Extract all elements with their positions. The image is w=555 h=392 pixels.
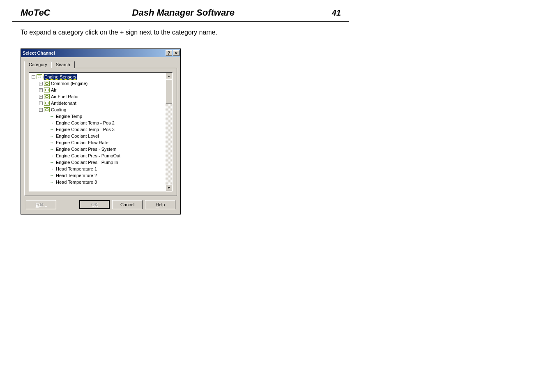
tree-channel-coolant-flow-rate[interactable]: →Engine Coolant Flow Rate xyxy=(30,139,165,146)
tree-node-label: Engine Coolant Pres - PumpOut xyxy=(56,153,120,158)
tree-node-label: Engine Coolant Temp - Pos 3 xyxy=(56,127,115,132)
edit-button: Edit... xyxy=(26,200,56,209)
tree-node-label: Air xyxy=(51,88,56,92)
tree-channel-coolant-temp-pos2[interactable]: →Engine Coolant Temp - Pos 2 xyxy=(30,120,165,126)
dialog-button-row: Edit... OK Cancel Help xyxy=(24,196,177,211)
collapse-icon[interactable]: − xyxy=(32,75,35,79)
tree-channel-coolant-pres-pumpout[interactable]: →Engine Coolant Pres - PumpOut xyxy=(30,152,165,159)
folder-icon xyxy=(44,81,50,86)
folder-icon xyxy=(44,94,50,99)
tree-channel-head-temp-3[interactable]: →Head Temperature 3 xyxy=(30,179,165,185)
tree-node-label: Head Temperature 3 xyxy=(56,180,97,184)
select-channel-dialog: Select Channel ? × Category Search − Eng… xyxy=(21,48,181,214)
tree-channel-coolant-pres-system[interactable]: →Engine Coolant Pres - System xyxy=(30,146,165,152)
dialog-titlebar[interactable]: Select Channel ? × xyxy=(21,49,180,57)
tree-channel-head-temp-2[interactable]: →Head Temperature 2 xyxy=(30,172,165,179)
tree-node-label: Engine Temp xyxy=(56,114,82,119)
scroll-down-button[interactable]: ▾ xyxy=(166,184,172,191)
tree-node-label: Air Fuel Ratio xyxy=(51,94,78,99)
page-number: 41 xyxy=(316,8,341,18)
tab-search[interactable]: Search xyxy=(51,61,75,68)
tab-panel: − Engine Sensors + Common (Engine) + Air xyxy=(24,68,177,196)
cancel-button[interactable]: Cancel xyxy=(112,200,143,209)
tree-node-label: Engine Coolant Level xyxy=(56,134,99,138)
tree-folder-air[interactable]: + Air xyxy=(30,87,165,93)
tree-node-label: Engine Coolant Pres - System xyxy=(56,147,116,152)
channel-arrow-icon: → xyxy=(50,160,55,165)
tree-node-label: Engine Coolant Pres - Pump In xyxy=(56,160,118,165)
tree-node-label: Cooling xyxy=(51,107,66,112)
expand-icon[interactable]: + xyxy=(39,95,43,99)
folder-icon xyxy=(44,101,50,106)
tree-channel-engine-temp[interactable]: →Engine Temp xyxy=(30,113,165,120)
tree-folder-common-engine[interactable]: + Common (Engine) xyxy=(30,80,165,87)
tree-node-label: Engine Sensors xyxy=(44,74,77,80)
tree-node-label: Antidetonant xyxy=(51,101,76,106)
tree-channel-coolant-temp-pos3[interactable]: →Engine Coolant Temp - Pos 3 xyxy=(30,126,165,133)
tree-channel-coolant-pres-pumpin[interactable]: →Engine Coolant Pres - Pump In xyxy=(30,159,165,166)
folder-icon xyxy=(44,107,50,112)
page-title: Dash Manager Software xyxy=(51,7,316,18)
collapse-icon[interactable]: − xyxy=(39,108,43,112)
tree-scrollbar[interactable]: ▴ ▾ xyxy=(166,73,172,191)
channel-arrow-icon: → xyxy=(50,153,55,158)
channel-arrow-icon: → xyxy=(50,127,55,132)
tree-channel-head-temp-1[interactable]: →Head Temperature 1 xyxy=(30,166,165,172)
tab-bar: Category Search xyxy=(24,61,177,68)
channel-arrow-icon: → xyxy=(50,134,55,138)
tree-channel-coolant-level[interactable]: →Engine Coolant Level xyxy=(30,133,165,139)
expand-icon[interactable]: + xyxy=(39,82,43,85)
dialog-title: Select Channel xyxy=(23,51,165,55)
help-button[interactable]: Help xyxy=(145,200,175,209)
dialog-close-button[interactable]: × xyxy=(173,50,180,56)
tree-node-label: Common (Engine) xyxy=(51,81,88,86)
tab-category[interactable]: Category xyxy=(24,61,52,68)
page-header: MoTeC Dash Manager Software 41 xyxy=(12,4,349,22)
brand-text: MoTeC xyxy=(21,7,51,18)
scroll-thumb[interactable] xyxy=(166,79,172,104)
tree-folder-cooling[interactable]: − Cooling xyxy=(30,106,165,113)
folder-icon xyxy=(44,88,50,92)
ok-button: OK xyxy=(79,200,110,209)
channel-arrow-icon: → xyxy=(50,140,55,145)
tree-view[interactable]: − Engine Sensors + Common (Engine) + Air xyxy=(29,72,173,191)
tree-node-label: Engine Coolant Temp - Pos 2 xyxy=(56,120,115,125)
tree-node-label: Engine Coolant Flow Rate xyxy=(56,140,108,145)
channel-arrow-icon: → xyxy=(50,173,55,178)
tree-node-label: Head Temperature 1 xyxy=(56,166,97,171)
expand-icon[interactable]: + xyxy=(39,88,43,92)
expand-icon[interactable]: + xyxy=(39,101,43,105)
tree-root-engine-sensors[interactable]: − Engine Sensors xyxy=(30,74,165,80)
folder-icon xyxy=(37,74,42,79)
dialog-help-button[interactable]: ? xyxy=(166,50,172,56)
channel-arrow-icon: → xyxy=(50,180,55,184)
channel-arrow-icon: → xyxy=(50,147,55,152)
tree-folder-antidetonant[interactable]: + Antidetonant xyxy=(30,100,165,106)
intro-text: To expand a category click on the + sign… xyxy=(21,29,555,36)
channel-arrow-icon: → xyxy=(50,120,55,125)
tree-folder-air-fuel-ratio[interactable]: + Air Fuel Ratio xyxy=(30,93,165,100)
scroll-up-button[interactable]: ▴ xyxy=(166,73,172,79)
channel-arrow-icon: → xyxy=(50,114,55,119)
scroll-track[interactable] xyxy=(166,79,172,184)
channel-arrow-icon: → xyxy=(50,166,55,171)
tree-node-label: Head Temperature 2 xyxy=(56,173,97,178)
